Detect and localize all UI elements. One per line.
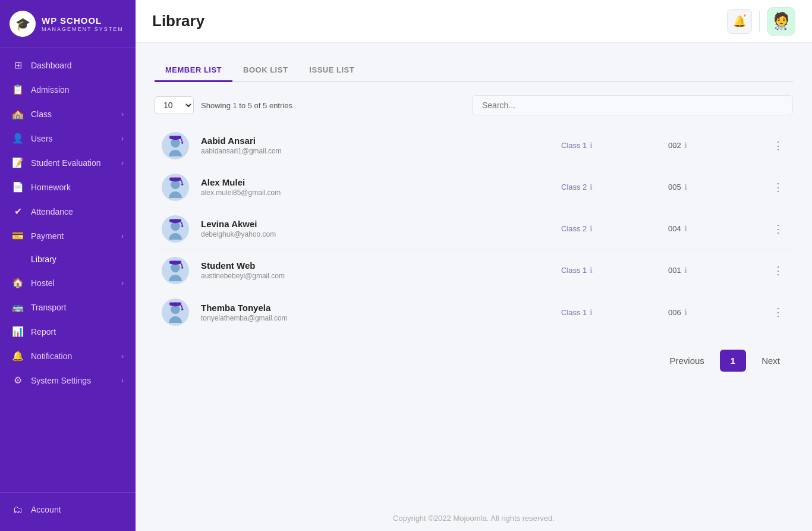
nav-label-dashboard: Dashboard: [31, 61, 72, 70]
previous-button[interactable]: Previous: [656, 350, 717, 372]
member-class: Class 2: [561, 183, 587, 191]
svg-point-12: [169, 233, 182, 240]
member-list-container: Aabid Ansari aabidansari1@gmail.com Clas…: [155, 125, 793, 333]
notification-button[interactable]: 🔔: [727, 9, 752, 34]
id-info-icon[interactable]: ℹ: [684, 183, 687, 191]
sidebar-item-system-settings[interactable]: ⚙ System Settings ›: [0, 368, 136, 392]
user-avatar[interactable]: 🧑‍⚕️: [767, 7, 795, 36]
member-actions-col: ⋮: [763, 220, 793, 238]
brand-subtitle: MANAGEMENT SYSTEM: [42, 26, 124, 32]
nav-label-account: Account: [31, 505, 61, 514]
table-row: Levina Akwei debelghuk@yahoo.com Class 2…: [155, 208, 793, 250]
sidebar-item-notification[interactable]: 🔔 Notification ›: [0, 344, 136, 368]
sidebar-item-admission[interactable]: 📋 Admission: [0, 77, 136, 102]
sidebar-item-library[interactable]: Library: [0, 248, 136, 271]
nav-icon-notification: 🔔: [12, 350, 24, 362]
id-info-icon[interactable]: ℹ: [684, 141, 687, 150]
sidebar-item-users[interactable]: 👤 Users ›: [0, 126, 136, 150]
table-row: Alex Mulei alex.mulei85@gmail.com Class …: [155, 166, 793, 208]
sidebar-item-dashboard[interactable]: ⊞ Dashboard: [0, 53, 136, 77]
svg-line-10: [181, 180, 182, 184]
sidebar-bottom: 🗂 Account: [0, 492, 136, 531]
table-row: Aabid Ansari aabidansari1@gmail.com Clas…: [155, 125, 793, 166]
member-avatar-col: [155, 215, 196, 243]
sidebar-item-hostel[interactable]: 🏠 Hostel ›: [0, 271, 136, 295]
sidebar-item-student-evaluation[interactable]: 📝 Student Evaluation ›: [0, 150, 136, 175]
entries-select[interactable]: 102550100: [155, 96, 194, 114]
sidebar-item-account[interactable]: 🗂 Account: [0, 498, 136, 521]
member-id-col: 006 ℹ: [668, 308, 763, 317]
topbar-divider: [759, 11, 760, 32]
sidebar-item-payment[interactable]: 💳 Payment ›: [0, 224, 136, 248]
showing-text: Showing 1 to 5 of 5 entries: [201, 101, 292, 110]
current-page-button[interactable]: 1: [720, 350, 746, 372]
tab-member-list[interactable]: MEMBER LIST: [155, 59, 232, 82]
member-id-col: 004 ℹ: [668, 224, 763, 233]
member-name: Themba Tonyela: [201, 303, 561, 313]
member-class: Class 1: [561, 141, 587, 150]
nav-icon-report: 📊: [12, 326, 24, 337]
nav-label-homework: Homework: [31, 183, 71, 192]
id-info-icon[interactable]: ℹ: [684, 266, 687, 275]
member-name: Student Web: [201, 260, 561, 271]
member-avatar: [162, 215, 189, 243]
tab-issue-list[interactable]: ISSUE LIST: [298, 59, 365, 82]
sidebar-nav: ⊞ Dashboard 📋 Admission 🏫 Class › 👤 User…: [0, 48, 136, 492]
tab-book-list[interactable]: BOOK LIST: [232, 59, 298, 82]
member-avatar-col: [155, 299, 196, 326]
member-name: Levina Akwei: [201, 219, 561, 229]
member-email: alex.mulei85@gmail.com: [201, 188, 561, 197]
svg-point-5: [181, 142, 183, 143]
svg-line-28: [181, 305, 182, 309]
member-id: 006: [668, 308, 681, 317]
sidebar-item-transport[interactable]: 🚌 Transport: [0, 295, 136, 319]
sidebar-item-report[interactable]: 📊 Report: [0, 319, 136, 344]
nav-icon-admission: 📋: [12, 84, 24, 95]
member-actions-button[interactable]: ⋮: [768, 178, 788, 196]
notification-badge: [742, 13, 747, 18]
member-name: Alex Mulei: [201, 177, 561, 187]
next-button[interactable]: Next: [748, 350, 793, 372]
svg-point-23: [181, 266, 183, 268]
svg-point-29: [181, 309, 183, 310]
member-actions-button[interactable]: ⋮: [768, 137, 788, 155]
member-actions-button[interactable]: ⋮: [768, 262, 788, 279]
sidebar-item-attendance[interactable]: ✔ Attendance: [0, 199, 136, 224]
member-class: Class 1: [561, 308, 587, 317]
member-actions-button[interactable]: ⋮: [768, 220, 788, 238]
topbar: Library 🔔 🧑‍⚕️: [136, 0, 812, 43]
class-info-icon[interactable]: ℹ: [590, 224, 593, 233]
main-content: Library 🔔 🧑‍⚕️ MEMBER LISTBOOK LISTISSUE…: [136, 0, 812, 531]
id-info-icon[interactable]: ℹ: [684, 308, 687, 317]
sidebar-item-class[interactable]: 🏫 Class ›: [0, 102, 136, 126]
nav-label-transport: Transport: [31, 303, 66, 312]
svg-point-6: [169, 191, 182, 198]
table-toolbar: 102550100 Showing 1 to 5 of 5 entries: [155, 95, 793, 115]
nav-icon-attendance: ✔: [12, 206, 24, 217]
search-input[interactable]: [472, 95, 793, 115]
member-avatar: [162, 174, 189, 201]
table-row: Themba Tonyela tonyelathemba@gmail.com C…: [155, 291, 793, 333]
nav-icon-homework: 📄: [12, 181, 24, 193]
svg-point-17: [181, 225, 183, 227]
id-info-icon[interactable]: ℹ: [684, 224, 687, 233]
class-info-icon[interactable]: ℹ: [590, 141, 593, 150]
svg-point-0: [169, 150, 182, 156]
nav-icon-system-settings: ⚙: [12, 375, 24, 386]
member-actions-col: ⋮: [763, 137, 793, 155]
member-actions-col: ⋮: [763, 262, 793, 279]
member-actions-button[interactable]: ⋮: [768, 303, 788, 321]
member-id-col: 005 ℹ: [668, 183, 763, 191]
nav-icon-dashboard: ⊞: [12, 59, 24, 71]
class-info-icon[interactable]: ℹ: [590, 266, 593, 275]
brand-logo[interactable]: 🎓 WP SCHOOL MANAGEMENT SYSTEM: [0, 0, 136, 48]
nav-arrow-student-evaluation: ›: [121, 159, 124, 167]
class-info-icon[interactable]: ℹ: [590, 183, 593, 191]
member-avatar: [162, 299, 189, 326]
member-email: austinebebeyi@gmail.com: [201, 272, 561, 280]
member-class: Class 2: [561, 224, 587, 233]
sidebar-item-homework[interactable]: 📄 Homework: [0, 175, 136, 199]
class-info-icon[interactable]: ℹ: [590, 308, 593, 317]
member-info-col: Aabid Ansari aabidansari1@gmail.com: [196, 136, 561, 155]
member-avatar-col: [155, 257, 196, 284]
